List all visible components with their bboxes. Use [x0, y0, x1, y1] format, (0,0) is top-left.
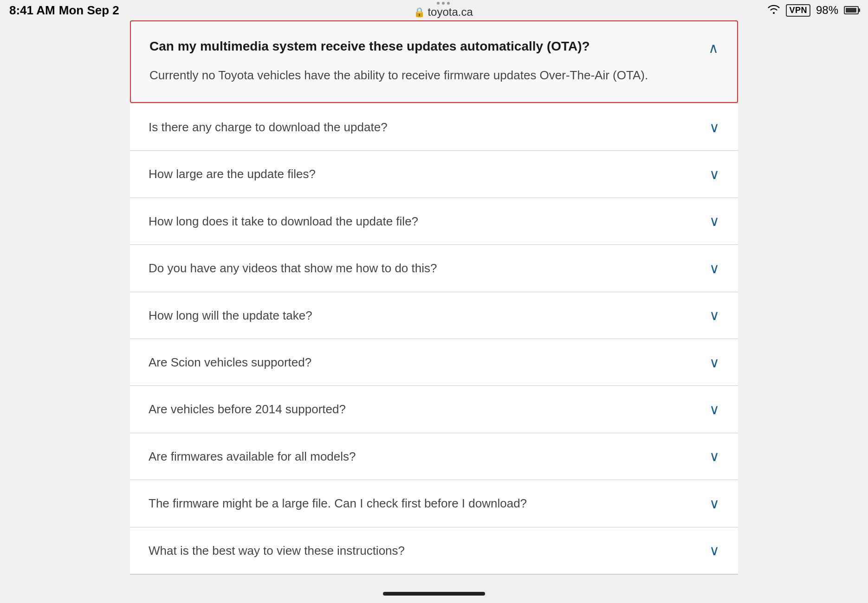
chevron-down-icon-7: ∨ — [709, 448, 719, 464]
faq-question-1: How large are the update files? — [149, 166, 700, 182]
faq-question-2: How long does it take to download the up… — [149, 213, 700, 230]
faq-expanded-content: Can my multimedia system receive these u… — [149, 38, 699, 85]
battery-icon — [844, 6, 859, 14]
status-bar: 8:41 AM Mon Sep 2 🔒 toyota.ca VPN 98% — [0, 0, 868, 20]
faq-item-8[interactable]: The firmware might be a large file. Can … — [130, 480, 738, 527]
faq-item-2[interactable]: How long does it take to download the up… — [130, 198, 738, 245]
faq-question-6: Are vehicles before 2014 supported? — [149, 401, 700, 417]
faq-item-1[interactable]: How large are the update files? ∨ — [130, 151, 738, 198]
chevron-down-icon-3: ∨ — [709, 260, 719, 276]
time: 8:41 AM — [9, 3, 55, 18]
chevron-down-icon-9: ∨ — [709, 542, 719, 558]
faq-question-3: Do you have any videos that show me how … — [149, 260, 700, 276]
url-bar[interactable]: 🔒 toyota.ca — [414, 6, 473, 19]
status-time-date: 8:41 AM Mon Sep 2 — [9, 3, 119, 18]
status-center: 🔒 toyota.ca — [414, 2, 473, 19]
status-right: VPN 98% — [767, 4, 859, 17]
faq-expanded-item[interactable]: Can my multimedia system receive these u… — [130, 20, 738, 103]
chevron-down-icon-6: ∨ — [709, 401, 719, 417]
url-text: toyota.ca — [428, 6, 473, 19]
faq-question-8: The firmware might be a large file. Can … — [149, 495, 700, 512]
lock-icon: 🔒 — [414, 6, 425, 18]
home-indicator[interactable] — [383, 592, 485, 596]
dot-2 — [442, 2, 445, 5]
date: Mon Sep 2 — [59, 3, 119, 18]
faq-item-6[interactable]: Are vehicles before 2014 supported? ∨ — [130, 386, 738, 433]
faq-expanded-answer: Currently no Toyota vehicles have the ab… — [149, 66, 699, 85]
chevron-down-icon-0: ∨ — [709, 119, 719, 135]
chevron-down-icon-4: ∨ — [709, 307, 719, 323]
dot-1 — [437, 2, 440, 5]
faq-item-7[interactable]: Are firmwares available for all models? … — [130, 433, 738, 480]
faq-list: Is there any charge to download the upda… — [130, 104, 738, 574]
faq-item-5[interactable]: Are Scion vehicles supported? ∨ — [130, 339, 738, 386]
faq-question-0: Is there any charge to download the upda… — [149, 119, 700, 135]
chevron-down-icon-2: ∨ — [709, 213, 719, 229]
faq-question-5: Are Scion vehicles supported? — [149, 354, 700, 371]
chevron-up-icon[interactable]: ∧ — [708, 40, 719, 56]
chevron-down-icon-5: ∨ — [709, 354, 719, 371]
chevron-down-icon-8: ∨ — [709, 495, 719, 512]
dots-row — [437, 2, 450, 5]
faq-question-9: What is the best way to view these instr… — [149, 542, 700, 559]
faq-question-7: Are firmwares available for all models? — [149, 448, 700, 465]
faq-question-4: How long will the update take? — [149, 307, 700, 324]
faq-item-9[interactable]: What is the best way to view these instr… — [130, 527, 738, 574]
chevron-down-icon-1: ∨ — [709, 166, 719, 182]
main-content: Can my multimedia system receive these u… — [0, 20, 868, 574]
separator-line — [130, 574, 738, 575]
faq-expanded-question: Can my multimedia system receive these u… — [149, 38, 699, 55]
battery-percent: 98% — [816, 4, 838, 17]
wifi-icon — [767, 4, 780, 17]
faq-item-4[interactable]: How long will the update take? ∨ — [130, 292, 738, 339]
faq-item-0[interactable]: Is there any charge to download the upda… — [130, 104, 738, 151]
dot-3 — [447, 2, 450, 5]
vpn-badge: VPN — [786, 4, 810, 17]
faq-item-3[interactable]: Do you have any videos that show me how … — [130, 245, 738, 292]
